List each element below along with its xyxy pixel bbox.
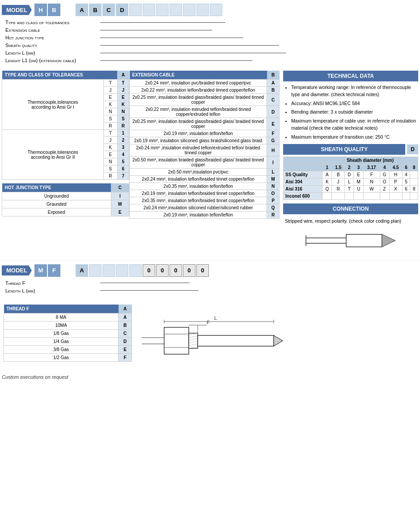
ext-code-P: P xyxy=(267,197,280,204)
model-box-e7 xyxy=(210,4,222,16)
sheath-inc-4 xyxy=(380,193,389,200)
diag-label-1: Type and class of tolerances xyxy=(5,20,99,25)
svg-marker-3 xyxy=(382,234,395,247)
thread-label-1/2gas: 1/2 Gas xyxy=(4,353,119,361)
tol-code-S: S xyxy=(117,115,129,123)
ext-row-P: 2x0.35 mm², insulation teflon/braided ti… xyxy=(130,197,280,204)
sheath-ss-2: D xyxy=(345,171,354,178)
model-box-C1: C xyxy=(102,4,115,16)
thread-label-1/8gas: 1/8 Gas xyxy=(4,329,119,337)
thread-code-B: B xyxy=(119,321,132,329)
model2-section: MODEL M F A 0 0 0 0 0 Thread F Length L … xyxy=(0,260,420,301)
ext-row-I: 2x0.50 mm², insulation braided glass/bra… xyxy=(130,157,280,169)
sheath-ss-8 xyxy=(410,171,418,178)
tol-gr2-type-T: T xyxy=(104,130,117,137)
diagram-lines: Type and class of tolerances Extension c… xyxy=(2,18,418,67)
hj-row-exposed: Exposed E xyxy=(2,208,129,216)
tol-code-J: J xyxy=(117,87,129,94)
sheath-th-blank xyxy=(284,157,322,164)
thread-row-8MA: 8 MA A xyxy=(4,313,132,321)
connection-text: Stripped wire, respect polarity. (check … xyxy=(285,218,401,224)
diag-line-6 xyxy=(100,60,252,61)
tech-bullet-3: Bending diameter: 3 x outside diameter xyxy=(291,109,416,116)
sheath-row-ss: SS Quality A B D E F G H 4 xyxy=(284,171,418,178)
ext-row-D: 2x0.22 mm², insulation extruded teflon/b… xyxy=(130,106,280,118)
tolerances-col-code: A xyxy=(117,71,129,80)
thread-label-10MA: 10MA xyxy=(4,321,119,329)
tol-gr2-row-T: Thermocouple,tolerancesaccording to Ansi… xyxy=(2,130,129,137)
sheath-304-1: K xyxy=(322,178,332,186)
sheath-row-316: Aisi 316 Q R T U W Z X 6 8 xyxy=(284,186,418,193)
thread-code-A: A xyxy=(119,313,132,321)
hj-label-exposed: Exposed xyxy=(2,208,111,216)
ext-desc-B: 2x0.22 mm², insulation teflon/braided ti… xyxy=(130,87,267,94)
sheath-ss-label: SS Quality xyxy=(284,171,322,178)
model1-header-row: MODEL H B A B C D xyxy=(2,4,418,16)
ext-row-E: 2x0.25 mm², insulation braided glass/bra… xyxy=(130,118,280,130)
hj-label-ungrounded: Ungrounded xyxy=(2,192,111,200)
thread-code-D: D xyxy=(119,337,132,345)
connector-drawing: L F xyxy=(137,303,418,371)
sheath-304-6: 5 xyxy=(402,178,410,186)
ext-code-C: C xyxy=(267,94,280,106)
ext-desc-O: 2x0.19 mm², insulation teflon/braided ti… xyxy=(130,190,267,197)
sheath-304-4: O xyxy=(380,178,389,186)
ext-desc-L: 2x0.50 mm²,insulation pvc/pvc xyxy=(130,169,267,176)
hj-code-M: M xyxy=(111,200,129,208)
mid-panel: EXTENSION CABLE B 2x0.24 mm², insulation… xyxy=(129,71,280,253)
ext-desc-G: 2x0.19 mm², insulation siliconed glass b… xyxy=(130,137,267,144)
ext-code-A: A xyxy=(267,80,280,87)
thread-col-code: A xyxy=(119,305,132,313)
sheath-col-1: 1 xyxy=(322,164,332,171)
model-box-e3 xyxy=(156,4,169,16)
model2-box-F: F xyxy=(48,264,60,277)
tol-type-J: J xyxy=(104,87,117,94)
left-panel: TYPE AND CLASS OF TOLERANCES A Thermocou… xyxy=(2,71,129,253)
sheath-316-4.5: X xyxy=(389,186,402,193)
sheath-inc-4.5 xyxy=(389,193,402,200)
ext-desc-Q: 2x0.24 mm²,insulation siliconed rubber/s… xyxy=(130,204,267,212)
ext-header: EXTENSION CABLE xyxy=(130,71,267,80)
sheath-col-2: 2 xyxy=(345,164,354,171)
tol-code-T: T xyxy=(117,80,129,87)
model2-box-e3 xyxy=(116,264,128,277)
model2-diag-row-2: Length L (mm) xyxy=(5,288,415,293)
sheath-inc-8 xyxy=(410,193,418,200)
model2-diag-label-2: Length L (mm) xyxy=(5,288,99,293)
main-content: TYPE AND CLASS OF TOLERANCES A Thermocou… xyxy=(0,71,420,253)
model-box-A1: A xyxy=(76,4,88,16)
sheath-ss-3.17: F xyxy=(363,171,380,178)
sheath-316-8: 8 xyxy=(410,186,418,193)
tech-data-header: TECHNICAL DATA xyxy=(283,71,418,81)
model2-box-0b: 0 xyxy=(156,264,169,277)
ext-code-E: E xyxy=(267,118,280,130)
tol-gr2-code-4: 4 xyxy=(117,151,129,158)
sheath-col-code: D xyxy=(407,144,418,154)
ext-code-R: R xyxy=(267,212,280,219)
thread-table: THREAD F A 8 MA A 10MA B 1/8 Gas xyxy=(4,305,132,362)
ext-code-L: L xyxy=(267,169,280,176)
thread-code-E: E xyxy=(119,345,132,353)
sheath-ss-3: E xyxy=(354,171,363,178)
hj-code-E: E xyxy=(111,208,129,216)
sheath-ss-4: G xyxy=(380,171,389,178)
model-box-e1 xyxy=(129,4,142,16)
tol-gr2-code-6: 6 xyxy=(117,165,129,173)
tol-code-E: E xyxy=(117,94,129,101)
tolerances-header: TYPE AND CLASS OF TOLERANCES xyxy=(2,71,118,80)
ext-desc-A: 2x0.24 mm², insulation pvc/braided tinne… xyxy=(130,80,267,87)
model1-label: MODEL xyxy=(2,5,32,15)
sheath-inc-2 xyxy=(345,193,354,200)
sheath-header: SHEATH QUALITY xyxy=(283,144,405,155)
hj-row-ungrounded: Ungrounded I xyxy=(2,192,129,200)
ext-row-L: 2x0.50 mm²,insulation pvc/pvc L xyxy=(130,169,280,176)
sheath-316-6: 6 xyxy=(402,186,410,193)
ext-row-B: 2x0.22 mm², insulation teflon/braided ti… xyxy=(130,87,280,94)
wire-svg xyxy=(301,230,400,252)
tol-gr1-label: Thermocouple,tolerancesaccording to Ansi… xyxy=(2,80,104,130)
tol-gr2-code-1: 1 xyxy=(117,130,129,137)
ext-desc-R: 2x0.19 mm², insulation teflon/teflon xyxy=(130,212,267,219)
ext-code-F: F xyxy=(267,130,280,137)
ext-row-A: 2x0.24 mm², insulation pvc/braided tinne… xyxy=(130,80,280,87)
sheath-table: Sheath diameter (mm) 1 1.5 2 3 3.17 4 4.… xyxy=(283,157,418,200)
